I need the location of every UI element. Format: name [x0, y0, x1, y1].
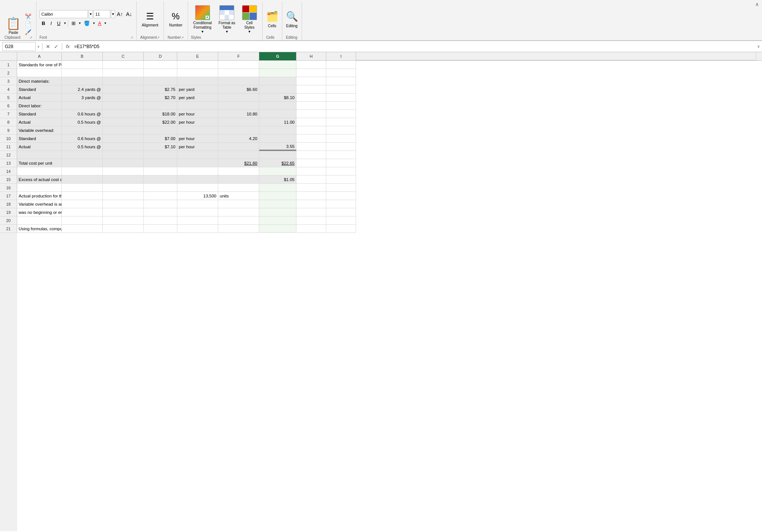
row-num-13[interactable]: 13 [0, 159, 17, 167]
cell-F3[interactable] [218, 77, 259, 85]
cell-E21[interactable] [177, 225, 218, 233]
cell-F9[interactable] [218, 126, 259, 134]
cell-B13[interactable] [62, 159, 103, 167]
cell-B21[interactable] [62, 225, 103, 233]
cell-C3[interactable] [103, 77, 144, 85]
font-launcher[interactable]: ↗ [130, 36, 133, 39]
cell-G17[interactable] [259, 192, 296, 200]
cell-I20[interactable] [326, 216, 356, 225]
cell-E18[interactable] [177, 200, 218, 208]
cell-I5[interactable] [326, 94, 356, 102]
font-size-dropdown[interactable]: ▼ [111, 10, 115, 18]
cell-B3[interactable] [62, 77, 103, 85]
cell-E4[interactable]: per yard [177, 85, 218, 94]
cancel-formula-button[interactable]: ✕ [45, 44, 51, 50]
cell-C9[interactable] [103, 126, 144, 134]
cell-H14[interactable] [296, 167, 326, 175]
cell-G8[interactable]: 11.00 [259, 118, 296, 126]
cell-A2[interactable] [17, 69, 62, 77]
cell-I16[interactable] [326, 184, 356, 192]
cell-F13[interactable]: $21.60 [218, 159, 259, 167]
cell-D15[interactable] [144, 175, 177, 184]
cell-F7[interactable]: 10.80 [218, 110, 259, 118]
italic-button[interactable]: I [48, 19, 54, 28]
row-num-21[interactable]: 21 [0, 225, 17, 233]
cell-H5[interactable] [296, 94, 326, 102]
cell-H3[interactable] [296, 77, 326, 85]
cell-E9[interactable] [177, 126, 218, 134]
cell-A18[interactable]: Variable overhead is assigned to product… [17, 200, 62, 208]
cell-C7[interactable] [103, 110, 144, 118]
cell-H8[interactable] [296, 118, 326, 126]
cell-C11[interactable] [103, 143, 144, 151]
cell-C6[interactable] [103, 102, 144, 110]
cell-A3[interactable]: Direct materials: [17, 77, 62, 85]
cell-D16[interactable] [144, 184, 177, 192]
cell-D17[interactable] [144, 192, 177, 200]
col-header-i[interactable]: I [326, 52, 356, 60]
cell-B7[interactable]: 0.6 hours @ [62, 110, 103, 118]
cell-I1[interactable] [326, 61, 356, 69]
cell-H12[interactable] [296, 151, 326, 159]
cell-D4[interactable]: $2.75 [144, 85, 177, 94]
row-num-8[interactable]: 8 [0, 118, 17, 126]
cell-I3[interactable] [326, 77, 356, 85]
cell-H21[interactable] [296, 225, 326, 233]
cell-D21[interactable] [144, 225, 177, 233]
cell-G19[interactable] [259, 208, 296, 216]
cell-F12[interactable] [218, 151, 259, 159]
cell-C2[interactable] [103, 69, 144, 77]
row-num-9[interactable]: 9 [0, 126, 17, 134]
cell-F5[interactable] [218, 94, 259, 102]
cell-ref-dropdown[interactable]: ∨ [37, 45, 40, 48]
cell-G3[interactable] [259, 77, 296, 85]
fill-dropdown[interactable]: ▼ [92, 22, 95, 25]
cell-G18[interactable] [259, 200, 296, 208]
cell-B18[interactable] [62, 200, 103, 208]
cell-A12[interactable] [17, 151, 62, 159]
cell-F19[interactable] [218, 208, 259, 216]
cell-F11[interactable] [218, 143, 259, 151]
fill-color-button[interactable]: 🪣 [82, 19, 92, 28]
cell-B4[interactable]: 2.4 yards @ [62, 85, 103, 94]
cell-F6[interactable] [218, 102, 259, 110]
cell-E20[interactable] [177, 216, 218, 225]
cell-G1[interactable] [259, 61, 296, 69]
cell-C14[interactable] [103, 167, 144, 175]
borders-dropdown[interactable]: ▼ [78, 22, 81, 25]
cell-G5[interactable]: $8.10 [259, 94, 296, 102]
cell-C21[interactable] [103, 225, 144, 233]
cell-I12[interactable] [326, 151, 356, 159]
cell-H13[interactable] [296, 159, 326, 167]
cell-D20[interactable] [144, 216, 177, 225]
cell-B6[interactable] [62, 102, 103, 110]
cell-F14[interactable] [218, 167, 259, 175]
cell-A14[interactable] [17, 167, 62, 175]
cell-I21[interactable] [326, 225, 356, 233]
cell-D10[interactable]: $7.00 [144, 134, 177, 143]
cell-H9[interactable] [296, 126, 326, 134]
cell-G16[interactable] [259, 184, 296, 192]
cell-B12[interactable] [62, 151, 103, 159]
row-num-3[interactable]: 3 [0, 77, 17, 85]
decrease-font-button[interactable]: A↓ [125, 10, 133, 18]
cell-I14[interactable] [326, 167, 356, 175]
cell-E19[interactable] [177, 208, 218, 216]
cell-H16[interactable] [296, 184, 326, 192]
row-num-6[interactable]: 6 [0, 102, 17, 110]
cell-C19[interactable] [103, 208, 144, 216]
cell-H19[interactable] [296, 208, 326, 216]
cell-I9[interactable] [326, 126, 356, 134]
cell-I2[interactable] [326, 69, 356, 77]
cell-B20[interactable] [62, 216, 103, 225]
row-num-11[interactable]: 11 [0, 143, 17, 151]
col-header-h[interactable]: H [296, 52, 326, 60]
font-color-button[interactable]: A [96, 19, 103, 28]
cell-A20[interactable] [17, 216, 62, 225]
cell-A17[interactable]: Actual production for the month [17, 192, 62, 200]
col-header-d[interactable]: D [144, 52, 177, 60]
cell-B5[interactable]: 3 yards @ [62, 94, 103, 102]
cell-A10[interactable]: Standard [17, 134, 62, 143]
cell-A5[interactable]: Actual [17, 94, 62, 102]
font-family-dropdown[interactable]: ▼ [89, 10, 93, 18]
